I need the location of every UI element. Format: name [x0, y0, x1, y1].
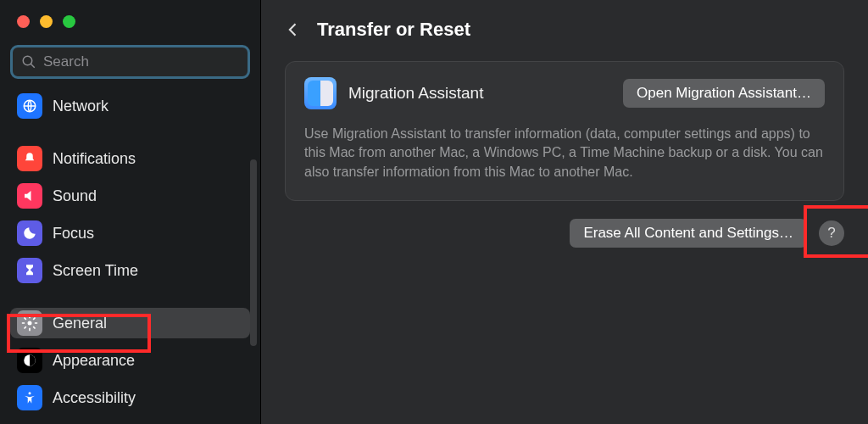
- main-pane: Transfer or Reset Migration Assistant Op…: [261, 0, 868, 424]
- moon-icon: [17, 220, 42, 246]
- speaker-icon: [17, 183, 42, 209]
- back-icon[interactable]: [285, 20, 302, 39]
- sidebar-item-general[interactable]: General: [10, 308, 250, 338]
- sidebar: Network Notifications Sound Focus: [0, 0, 261, 424]
- header: Transfer or Reset: [285, 19, 844, 41]
- svg-point-3: [28, 321, 32, 326]
- sidebar-item-focus[interactable]: Focus: [10, 218, 250, 248]
- sidebar-item-network[interactable]: Network: [10, 91, 250, 121]
- erase-row: Erase All Content and Settings… ?: [570, 219, 844, 248]
- sidebar-item-label: General: [53, 315, 107, 332]
- appearance-icon: [17, 348, 42, 373]
- migration-assistant-icon: [304, 77, 337, 109]
- sidebar-item-label: Accessibility: [53, 389, 136, 407]
- svg-point-0: [23, 56, 32, 65]
- sidebar-item-accessibility[interactable]: Accessibility: [10, 382, 250, 413]
- help-button[interactable]: ?: [819, 220, 844, 246]
- migration-description: Use Migration Assistant to transfer info…: [304, 125, 825, 181]
- sidebar-item-label: Focus: [53, 225, 94, 243]
- migration-panel: Migration Assistant Open Migration Assis…: [285, 61, 844, 201]
- sidebar-item-sound[interactable]: Sound: [10, 181, 250, 211]
- sidebar-item-label: Network: [53, 98, 108, 115]
- page-title: Transfer or Reset: [317, 19, 470, 41]
- search-field[interactable]: [10, 45, 250, 79]
- search-input[interactable]: [36, 53, 239, 70]
- search-icon: [21, 54, 36, 70]
- window-controls: [8, 12, 252, 45]
- minimize-window-button[interactable]: [40, 15, 53, 28]
- sidebar-item-label: Sound: [53, 187, 97, 205]
- scrollbar[interactable]: [250, 159, 257, 346]
- sidebar-item-label: Notifications: [53, 150, 136, 168]
- sidebar-item-label: Appearance: [53, 352, 135, 370]
- hourglass-icon: [17, 258, 42, 283]
- open-migration-assistant-button[interactable]: Open Migration Assistant…: [623, 79, 825, 108]
- gear-icon: [17, 310, 42, 336]
- close-window-button[interactable]: [17, 15, 30, 28]
- sidebar-list: Network Notifications Sound Focus: [8, 91, 252, 413]
- fullscreen-window-button[interactable]: [63, 15, 75, 28]
- sidebar-item-screen-time[interactable]: Screen Time: [10, 255, 250, 286]
- migration-label: Migration Assistant: [348, 84, 611, 103]
- sidebar-item-appearance[interactable]: Appearance: [10, 345, 250, 376]
- accessibility-icon: [17, 385, 42, 410]
- sidebar-item-label: Screen Time: [53, 262, 138, 280]
- erase-all-button[interactable]: Erase All Content and Settings…: [570, 219, 807, 248]
- globe-icon: [17, 93, 42, 119]
- bell-icon: [17, 146, 42, 171]
- svg-line-1: [31, 64, 35, 68]
- sidebar-item-notifications[interactable]: Notifications: [10, 143, 250, 174]
- svg-point-5: [29, 392, 31, 394]
